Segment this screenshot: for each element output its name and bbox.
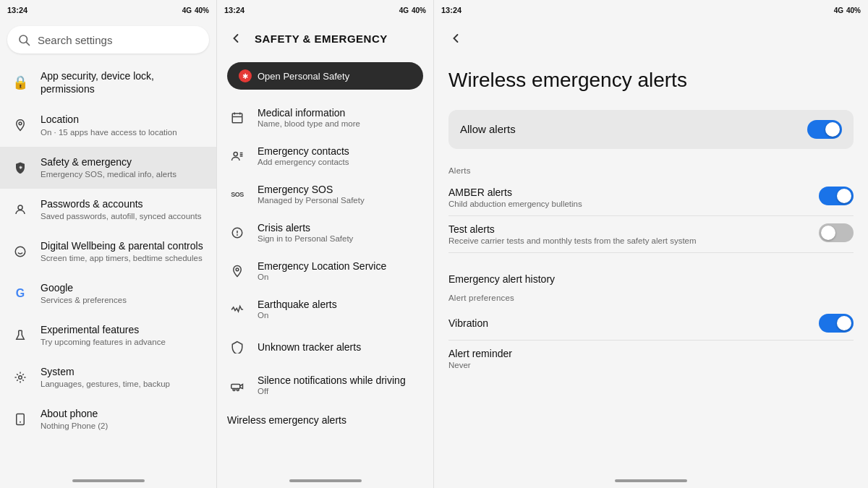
settings-item-location[interactable]: Location On · 15 apps have access to loc… xyxy=(0,104,216,146)
settings-system-title: System xyxy=(41,365,170,378)
safety-item-contacts[interactable]: Emergency contacts Add emergency contact… xyxy=(217,137,433,175)
status-bar-2: 13:24 4G 40% xyxy=(217,0,433,20)
page-title: Wireless emergency alerts xyxy=(448,68,854,93)
vibration-toggle[interactable] xyxy=(819,314,854,333)
experimental-icon xyxy=(10,325,30,346)
settings-safety-sub: Emergency SOS, medical info, alerts xyxy=(41,169,176,180)
test-alerts-sub: Receive carrier tests and monthly tests … xyxy=(448,236,697,245)
home-indicator-3 xyxy=(434,474,868,488)
safety-item-crisis[interactable]: Crisis alerts Sign in to Personal Safety xyxy=(217,213,433,252)
sos-title: Emergency SOS xyxy=(258,184,365,195)
crisis-icon xyxy=(227,223,247,243)
earthquake-title: Earthquake alerts xyxy=(258,299,337,310)
reminder-row[interactable]: Alert reminder Never xyxy=(448,341,854,377)
vibration-title: Vibration xyxy=(448,317,488,329)
test-alerts-row: Test alerts Receive carrier tests and mo… xyxy=(448,216,854,253)
home-indicator-1 xyxy=(0,474,216,488)
svg-point-22 xyxy=(237,234,238,235)
test-alerts-toggle[interactable] xyxy=(819,223,854,242)
alert-history-row[interactable]: Emergency alert history xyxy=(448,265,854,294)
safety-item-earthquake[interactable]: Earthquake alerts On xyxy=(217,290,433,328)
battery-text-2: 40% xyxy=(412,7,426,14)
personal-safety-button[interactable]: ✱ Open Personal Safety xyxy=(227,62,423,90)
location-service-sub: On xyxy=(258,273,386,281)
earthquake-sub: On xyxy=(258,311,337,320)
google-icon: G xyxy=(10,283,30,304)
crisis-sub: Sign in to Personal Safety xyxy=(258,234,353,243)
svg-point-9 xyxy=(19,376,22,380)
settings-safety-title: Safety & emergency xyxy=(41,155,176,168)
passwords-icon xyxy=(10,200,30,220)
tracker-title: Unknown tracker alerts xyxy=(258,341,361,353)
wireless-alerts-content: Wireless emergency alerts Allow alerts A… xyxy=(434,56,868,474)
settings-item-about[interactable]: About phone Nothing Phone (2) xyxy=(0,398,216,440)
settings-experimental-sub: Try upcoming features in advance xyxy=(41,337,166,348)
amber-alerts-title: AMBER alerts xyxy=(448,187,582,198)
vibration-row: Vibration xyxy=(448,307,854,341)
settings-passwords-title: Passwords & accounts xyxy=(41,197,201,210)
svg-point-25 xyxy=(233,388,235,390)
settings-about-title: About phone xyxy=(41,407,108,420)
silence-title: Silence notifications while driving xyxy=(258,374,406,386)
svg-rect-12 xyxy=(232,114,242,123)
status-bar-3: 13:24 4G 40% xyxy=(434,0,868,20)
silence-icon xyxy=(227,375,247,395)
home-indicator-2 xyxy=(217,474,433,488)
svg-point-23 xyxy=(236,267,239,270)
wireless-back-button[interactable] xyxy=(446,28,466,48)
silence-sub: Off xyxy=(258,387,406,395)
safety-back-button[interactable] xyxy=(226,28,246,48)
location-service-icon xyxy=(227,261,247,281)
svg-point-16 xyxy=(234,152,237,155)
location-service-title: Emergency Location Service xyxy=(258,260,386,272)
settings-item-passwords[interactable]: Passwords & accounts Saved passwords, au… xyxy=(0,189,216,231)
settings-list: 🔒 App security, device lock, permissions… xyxy=(0,61,216,474)
allow-alerts-card: Allow alerts xyxy=(448,110,854,149)
wireless-alerts-link[interactable]: Wireless emergency alerts xyxy=(217,404,433,436)
contacts-title: Emergency contacts xyxy=(258,145,349,157)
settings-item-safety[interactable]: ✳ Safety & emergency Emergency SOS, medi… xyxy=(0,147,216,189)
settings-item-security[interactable]: 🔒 App security, device lock, permissions xyxy=(0,61,216,104)
search-bar[interactable]: Search settings xyxy=(7,26,209,53)
settings-item-google[interactable]: G Google Services & preferences xyxy=(0,273,216,314)
settings-item-system[interactable]: System Languages, gestures, time, backup xyxy=(0,356,216,398)
safety-item-sos[interactable]: SOS Emergency SOS Managed by Personal Sa… xyxy=(217,175,433,213)
svg-point-26 xyxy=(237,388,239,390)
safety-list: Medical information Name, blood type and… xyxy=(217,98,433,474)
settings-item-experimental[interactable]: Experimental features Try upcoming featu… xyxy=(0,314,216,356)
amber-alerts-toggle[interactable] xyxy=(819,187,854,205)
allow-alerts-toggle[interactable] xyxy=(807,120,842,139)
network-icon-2: 4G xyxy=(399,7,409,14)
svg-line-1 xyxy=(26,42,29,45)
network-icon-3: 4G xyxy=(834,7,843,14)
wireless-alerts-panel: 13:24 4G 40% Wireless emergency alerts A… xyxy=(434,0,868,488)
settings-item-wellbeing[interactable]: Digital Wellbeing & parental controls Sc… xyxy=(0,231,216,273)
svg-point-2 xyxy=(19,122,22,125)
lock-icon: 🔒 xyxy=(10,72,30,93)
sos-icon: SOS xyxy=(227,184,247,205)
toggle-knob-test xyxy=(821,226,835,240)
system-icon xyxy=(10,367,30,388)
toggle-knob-allow xyxy=(825,122,840,137)
wireless-alerts-label: Wireless emergency alerts xyxy=(227,414,346,426)
sos-sub: Managed by Personal Safety xyxy=(258,196,365,205)
safety-panel: 13:24 4G 40% SAFETY & EMERGENCY ✱ Open P… xyxy=(217,0,434,488)
earthquake-icon xyxy=(227,299,247,320)
status-time-1: 13:24 xyxy=(7,6,27,14)
reminder-title: Alert reminder xyxy=(448,348,512,359)
status-icons-3: 4G 40% xyxy=(834,7,861,14)
svg-point-5 xyxy=(15,247,25,257)
preferences-section-label: Alert preferences xyxy=(448,294,854,302)
status-icons-2: 4G 40% xyxy=(399,7,426,14)
safety-item-location-service[interactable]: Emergency Location Service On xyxy=(217,252,433,290)
safety-item-tracker[interactable]: Unknown tracker alerts xyxy=(217,328,433,366)
status-bar-1: 13:24 4G 40% xyxy=(0,0,216,20)
search-icon xyxy=(17,33,30,46)
settings-wellbeing-sub: Screen time, app timers, bedtime schedul… xyxy=(41,253,203,264)
safety-item-medical[interactable]: Medical information Name, blood type and… xyxy=(217,98,433,137)
settings-wellbeing-title: Digital Wellbeing & parental controls xyxy=(41,239,203,252)
battery-text-3: 40% xyxy=(846,7,861,14)
settings-google-title: Google xyxy=(41,281,127,294)
medical-sub: Name, blood type and more xyxy=(258,119,360,128)
safety-item-silence[interactable]: Silence notifications while driving Off xyxy=(217,366,433,404)
